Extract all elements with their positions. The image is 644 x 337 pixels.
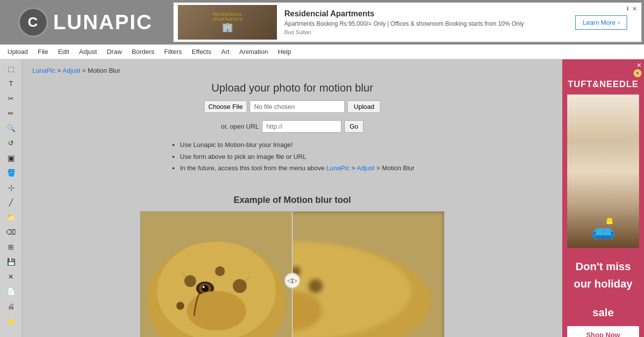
- save-tool[interactable]: 💾: [4, 255, 18, 269]
- url-input[interactable]: [262, 120, 341, 133]
- folder-tool[interactable]: 📁: [4, 210, 18, 224]
- sticker-tool[interactable]: ⭐: [4, 314, 18, 328]
- ad-image: RESIDENCIALAPARTMENTS🏢: [178, 5, 277, 40]
- crop-tool[interactable]: ▣: [4, 151, 18, 165]
- sale-line2: our holiday: [574, 275, 633, 292]
- logo-area: C LUNAPIC: [0, 0, 171, 45]
- right-ad: ✕ ✕ TUFT&NEEDLE 🛋️ Don't miss our holida…: [562, 59, 644, 337]
- bucket-tool[interactable]: 🪣: [4, 166, 18, 180]
- nav-edit[interactable]: Edit: [53, 46, 74, 57]
- ad-cta-button[interactable]: Learn More ›: [575, 15, 627, 30]
- instruction-link-site[interactable]: LunaPic: [326, 164, 350, 172]
- ad-location: Burj Sultan: [284, 29, 568, 35]
- upload-button[interactable]: Upload: [347, 100, 380, 113]
- right-ad-close-icon[interactable]: ✕: [637, 62, 642, 69]
- url-row: or, open URL Go: [32, 120, 552, 133]
- nav-adjust[interactable]: Adjust: [74, 46, 102, 57]
- breadcrumb-site[interactable]: LunaPic: [32, 67, 55, 74]
- logo: C LUNAPIC: [18, 7, 153, 37]
- instruction-1: Use Lunapic to Motion-blur your Image!: [180, 140, 414, 150]
- sharp-image: [141, 212, 292, 337]
- ad-product-image: 🛋️: [567, 95, 639, 248]
- text-tool[interactable]: T: [4, 77, 18, 91]
- brush-tool[interactable]: ╱: [4, 195, 18, 209]
- ad-description: Apartments Booking Rs:95,000/= Only | Of…: [284, 20, 568, 27]
- nav-help[interactable]: Help: [273, 46, 296, 57]
- shop-now-button[interactable]: Shop Now: [567, 326, 639, 337]
- svg-point-13: [187, 291, 246, 331]
- blurred-image: [292, 212, 444, 337]
- breadcrumb-sep1: >: [55, 67, 62, 74]
- header: C LUNAPIC ℹ ✕ RESIDENCIALAPARTMENTS🏢 Res…: [0, 0, 644, 45]
- instruction-2: Use form above to pick an image file or …: [180, 152, 414, 162]
- ad-banner: ℹ ✕ RESIDENCIALAPARTMENTS🏢 Residencial A…: [173, 2, 642, 42]
- zoom-tool[interactable]: 🔍: [4, 121, 18, 135]
- sale-line1: Don't miss: [574, 258, 633, 275]
- nav-upload[interactable]: Upload: [2, 46, 33, 57]
- scissors-tool[interactable]: ✂: [4, 92, 18, 105]
- example-title: Example of Motion blur tool: [32, 195, 552, 205]
- nav-art[interactable]: Art: [216, 46, 234, 57]
- breadcrumb-current: Motion Blur: [88, 67, 120, 74]
- undo-tool[interactable]: ↺: [4, 136, 18, 150]
- layers-tool[interactable]: ⊞: [4, 240, 18, 254]
- no-file-label: No file chosen: [250, 100, 345, 113]
- handle-arrows-icon: ◁▷: [287, 277, 297, 284]
- nav-effects[interactable]: Effects: [187, 46, 216, 57]
- close-tool[interactable]: ✕: [4, 270, 18, 284]
- breadcrumb-section[interactable]: Adjust: [62, 67, 80, 74]
- logo-label: LUNAPIC: [53, 10, 153, 34]
- nav-file[interactable]: File: [33, 46, 53, 57]
- page-tool[interactable]: 📄: [4, 285, 18, 298]
- nav-draw[interactable]: Draw: [102, 46, 127, 57]
- ad-cta-label: Learn More: [583, 19, 615, 26]
- sale-line3: sale: [574, 304, 633, 321]
- svg-point-12: [203, 286, 205, 288]
- sale-text: Don't miss our holiday sale: [574, 258, 633, 321]
- instruction-3: In the future, access this tool from the…: [180, 163, 414, 173]
- upload-row: Choose File No file chosen Upload: [32, 100, 552, 113]
- logo-icon: C: [18, 7, 48, 37]
- nav-filters[interactable]: Filters: [160, 46, 187, 57]
- go-button[interactable]: Go: [344, 120, 364, 133]
- nav-bar: Upload File Edit Adjust Draw Borders Fil…: [0, 45, 644, 59]
- eraser-tool[interactable]: ⌫: [4, 225, 18, 239]
- nav-animation[interactable]: Animation: [234, 46, 273, 57]
- ad-close-icon[interactable]: ✕: [632, 5, 637, 12]
- example-right-half: [292, 212, 444, 337]
- ad-content: Residencial Apartments Apartments Bookin…: [277, 9, 575, 35]
- toolbar: ⬚ T ✂ ✏ 🔍 ↺ ▣ 🪣 ⊹ ╱ 📁 ⌫ ⊞ 💾 ✕ 📄 🖨 ⭐: [0, 59, 22, 337]
- nav-borders[interactable]: Borders: [127, 46, 160, 57]
- svg-point-11: [202, 285, 209, 292]
- instruction-link-section[interactable]: Adjust: [357, 164, 375, 172]
- divider-handle[interactable]: ◁▷: [284, 273, 300, 289]
- choose-file-button[interactable]: Choose File: [204, 100, 247, 113]
- chevron-right-icon: ›: [618, 19, 620, 26]
- upload-section: Upload your photo for motion blur Choose…: [32, 82, 552, 185]
- brand-name: TUFT&NEEDLE: [568, 79, 639, 90]
- ad-marker-icon[interactable]: ✕: [634, 69, 642, 77]
- svg-point-8: [176, 302, 184, 310]
- upload-title: Upload your photo for motion blur: [32, 82, 552, 95]
- main-layout: ⬚ T ✂ ✏ 🔍 ↺ ▣ 🪣 ⊹ ╱ 📁 ⌫ ⊞ 💾 ✕ 📄 🖨 ⭐ Luna…: [0, 59, 644, 337]
- breadcrumb: LunaPic > Adjust > Motion Blur: [32, 67, 552, 74]
- stamp-tool[interactable]: 🖨: [4, 299, 18, 313]
- ad-title: Residencial Apartments: [284, 9, 568, 18]
- pencil-tool[interactable]: ✏: [4, 106, 18, 120]
- ad-info-icon: ℹ: [627, 5, 629, 12]
- content-area: LunaPic > Adjust > Motion Blur Upload yo…: [22, 59, 562, 337]
- ad-brand-label: TUFT&NEEDLE: [568, 64, 639, 90]
- svg-point-5: [233, 279, 247, 293]
- eyedropper-tool[interactable]: ⊹: [4, 181, 18, 194]
- svg-point-21: [309, 279, 322, 293]
- breadcrumb-sep2: >: [80, 67, 88, 74]
- svg-point-4: [215, 266, 225, 276]
- select-tool[interactable]: ⬚: [4, 62, 18, 76]
- url-label: or, open URL: [221, 123, 259, 130]
- instructions: Use Lunapic to Motion-blur your Image! U…: [170, 140, 414, 175]
- example-image: ◁▷: [140, 211, 444, 337]
- example-left-half: [141, 212, 292, 337]
